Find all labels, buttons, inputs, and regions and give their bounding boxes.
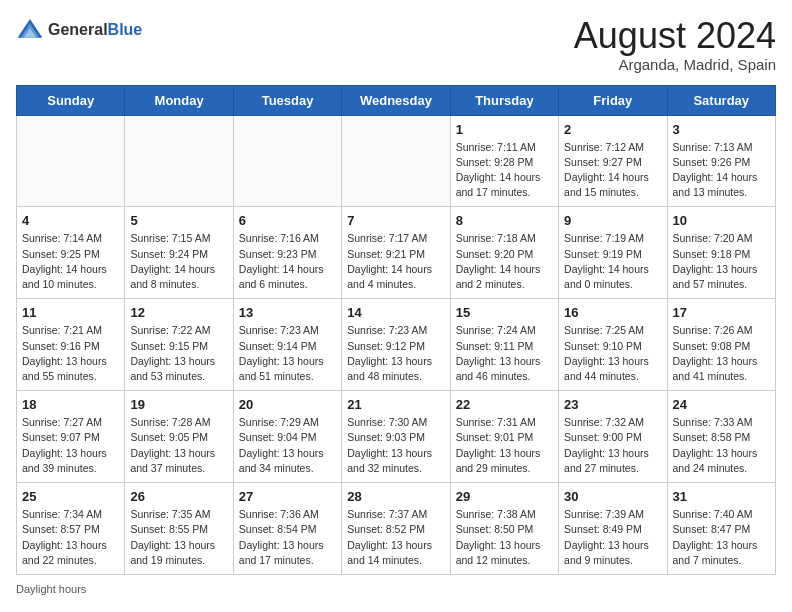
- calendar-cell: [17, 115, 125, 207]
- page: GeneralBlue August 2024 Arganda, Madrid,…: [0, 0, 792, 611]
- calendar-cell: 11Sunrise: 7:21 AM Sunset: 9:16 PM Dayli…: [17, 299, 125, 391]
- calendar-cell: 1Sunrise: 7:11 AM Sunset: 9:28 PM Daylig…: [450, 115, 558, 207]
- day-info: Sunrise: 7:34 AM Sunset: 8:57 PM Dayligh…: [22, 507, 119, 568]
- day-number: 26: [130, 489, 227, 504]
- day-info: Sunrise: 7:33 AM Sunset: 8:58 PM Dayligh…: [673, 415, 770, 476]
- calendar-cell: 14Sunrise: 7:23 AM Sunset: 9:12 PM Dayli…: [342, 299, 450, 391]
- calendar-week-2: 4Sunrise: 7:14 AM Sunset: 9:25 PM Daylig…: [17, 207, 776, 299]
- day-info: Sunrise: 7:17 AM Sunset: 9:21 PM Dayligh…: [347, 231, 444, 292]
- logo-blue: Blue: [108, 21, 143, 38]
- day-number: 17: [673, 305, 770, 320]
- calendar-cell: 17Sunrise: 7:26 AM Sunset: 9:08 PM Dayli…: [667, 299, 775, 391]
- day-number: 1: [456, 122, 553, 137]
- day-number: 13: [239, 305, 336, 320]
- logo-text: GeneralBlue: [48, 21, 142, 39]
- day-info: Sunrise: 7:16 AM Sunset: 9:23 PM Dayligh…: [239, 231, 336, 292]
- day-number: 16: [564, 305, 661, 320]
- day-number: 21: [347, 397, 444, 412]
- day-info: Sunrise: 7:11 AM Sunset: 9:28 PM Dayligh…: [456, 140, 553, 201]
- col-header-monday: Monday: [125, 85, 233, 115]
- day-number: 6: [239, 213, 336, 228]
- calendar-cell: 10Sunrise: 7:20 AM Sunset: 9:18 PM Dayli…: [667, 207, 775, 299]
- day-number: 20: [239, 397, 336, 412]
- calendar-cell: 31Sunrise: 7:40 AM Sunset: 8:47 PM Dayli…: [667, 483, 775, 575]
- day-info: Sunrise: 7:32 AM Sunset: 9:00 PM Dayligh…: [564, 415, 661, 476]
- day-number: 22: [456, 397, 553, 412]
- logo-general: General: [48, 21, 108, 38]
- day-number: 15: [456, 305, 553, 320]
- calendar-cell: 25Sunrise: 7:34 AM Sunset: 8:57 PM Dayli…: [17, 483, 125, 575]
- logo-icon: [16, 16, 44, 44]
- calendar-week-1: 1Sunrise: 7:11 AM Sunset: 9:28 PM Daylig…: [17, 115, 776, 207]
- day-info: Sunrise: 7:27 AM Sunset: 9:07 PM Dayligh…: [22, 415, 119, 476]
- calendar-table: SundayMondayTuesdayWednesdayThursdayFrid…: [16, 85, 776, 575]
- day-number: 24: [673, 397, 770, 412]
- day-info: Sunrise: 7:35 AM Sunset: 8:55 PM Dayligh…: [130, 507, 227, 568]
- day-info: Sunrise: 7:40 AM Sunset: 8:47 PM Dayligh…: [673, 507, 770, 568]
- title-block: August 2024 Arganda, Madrid, Spain: [574, 16, 776, 73]
- calendar-cell: 29Sunrise: 7:38 AM Sunset: 8:50 PM Dayli…: [450, 483, 558, 575]
- calendar-cell: 27Sunrise: 7:36 AM Sunset: 8:54 PM Dayli…: [233, 483, 341, 575]
- calendar-week-4: 18Sunrise: 7:27 AM Sunset: 9:07 PM Dayli…: [17, 391, 776, 483]
- day-number: 18: [22, 397, 119, 412]
- footer-note: Daylight hours: [16, 583, 776, 595]
- calendar-week-3: 11Sunrise: 7:21 AM Sunset: 9:16 PM Dayli…: [17, 299, 776, 391]
- calendar-cell: 8Sunrise: 7:18 AM Sunset: 9:20 PM Daylig…: [450, 207, 558, 299]
- day-info: Sunrise: 7:22 AM Sunset: 9:15 PM Dayligh…: [130, 323, 227, 384]
- day-info: Sunrise: 7:29 AM Sunset: 9:04 PM Dayligh…: [239, 415, 336, 476]
- day-info: Sunrise: 7:26 AM Sunset: 9:08 PM Dayligh…: [673, 323, 770, 384]
- day-number: 30: [564, 489, 661, 504]
- day-info: Sunrise: 7:30 AM Sunset: 9:03 PM Dayligh…: [347, 415, 444, 476]
- day-number: 5: [130, 213, 227, 228]
- calendar-title: August 2024: [574, 16, 776, 56]
- logo: GeneralBlue: [16, 16, 142, 44]
- calendar-cell: 9Sunrise: 7:19 AM Sunset: 9:19 PM Daylig…: [559, 207, 667, 299]
- calendar-cell: 26Sunrise: 7:35 AM Sunset: 8:55 PM Dayli…: [125, 483, 233, 575]
- calendar-cell: [233, 115, 341, 207]
- col-header-friday: Friday: [559, 85, 667, 115]
- calendar-cell: 30Sunrise: 7:39 AM Sunset: 8:49 PM Dayli…: [559, 483, 667, 575]
- calendar-cell: 23Sunrise: 7:32 AM Sunset: 9:00 PM Dayli…: [559, 391, 667, 483]
- col-header-wednesday: Wednesday: [342, 85, 450, 115]
- col-header-sunday: Sunday: [17, 85, 125, 115]
- calendar-cell: 20Sunrise: 7:29 AM Sunset: 9:04 PM Dayli…: [233, 391, 341, 483]
- calendar-cell: 18Sunrise: 7:27 AM Sunset: 9:07 PM Dayli…: [17, 391, 125, 483]
- calendar-cell: 4Sunrise: 7:14 AM Sunset: 9:25 PM Daylig…: [17, 207, 125, 299]
- header: GeneralBlue August 2024 Arganda, Madrid,…: [16, 16, 776, 73]
- day-number: 12: [130, 305, 227, 320]
- day-info: Sunrise: 7:12 AM Sunset: 9:27 PM Dayligh…: [564, 140, 661, 201]
- day-number: 23: [564, 397, 661, 412]
- day-number: 2: [564, 122, 661, 137]
- day-info: Sunrise: 7:23 AM Sunset: 9:14 PM Dayligh…: [239, 323, 336, 384]
- calendar-cell: 22Sunrise: 7:31 AM Sunset: 9:01 PM Dayli…: [450, 391, 558, 483]
- calendar-week-5: 25Sunrise: 7:34 AM Sunset: 8:57 PM Dayli…: [17, 483, 776, 575]
- day-info: Sunrise: 7:15 AM Sunset: 9:24 PM Dayligh…: [130, 231, 227, 292]
- day-number: 4: [22, 213, 119, 228]
- day-number: 10: [673, 213, 770, 228]
- calendar-cell: 3Sunrise: 7:13 AM Sunset: 9:26 PM Daylig…: [667, 115, 775, 207]
- day-number: 31: [673, 489, 770, 504]
- day-info: Sunrise: 7:13 AM Sunset: 9:26 PM Dayligh…: [673, 140, 770, 201]
- day-info: Sunrise: 7:39 AM Sunset: 8:49 PM Dayligh…: [564, 507, 661, 568]
- calendar-cell: [125, 115, 233, 207]
- col-header-saturday: Saturday: [667, 85, 775, 115]
- day-info: Sunrise: 7:20 AM Sunset: 9:18 PM Dayligh…: [673, 231, 770, 292]
- day-info: Sunrise: 7:23 AM Sunset: 9:12 PM Dayligh…: [347, 323, 444, 384]
- col-header-tuesday: Tuesday: [233, 85, 341, 115]
- day-number: 27: [239, 489, 336, 504]
- calendar-cell: 12Sunrise: 7:22 AM Sunset: 9:15 PM Dayli…: [125, 299, 233, 391]
- day-info: Sunrise: 7:24 AM Sunset: 9:11 PM Dayligh…: [456, 323, 553, 384]
- day-number: 7: [347, 213, 444, 228]
- day-info: Sunrise: 7:28 AM Sunset: 9:05 PM Dayligh…: [130, 415, 227, 476]
- day-info: Sunrise: 7:14 AM Sunset: 9:25 PM Dayligh…: [22, 231, 119, 292]
- calendar-cell: 5Sunrise: 7:15 AM Sunset: 9:24 PM Daylig…: [125, 207, 233, 299]
- calendar-cell: 19Sunrise: 7:28 AM Sunset: 9:05 PM Dayli…: [125, 391, 233, 483]
- day-info: Sunrise: 7:25 AM Sunset: 9:10 PM Dayligh…: [564, 323, 661, 384]
- day-number: 8: [456, 213, 553, 228]
- calendar-cell: 13Sunrise: 7:23 AM Sunset: 9:14 PM Dayli…: [233, 299, 341, 391]
- day-info: Sunrise: 7:31 AM Sunset: 9:01 PM Dayligh…: [456, 415, 553, 476]
- day-number: 19: [130, 397, 227, 412]
- day-number: 25: [22, 489, 119, 504]
- calendar-cell: 24Sunrise: 7:33 AM Sunset: 8:58 PM Dayli…: [667, 391, 775, 483]
- calendar-cell: 2Sunrise: 7:12 AM Sunset: 9:27 PM Daylig…: [559, 115, 667, 207]
